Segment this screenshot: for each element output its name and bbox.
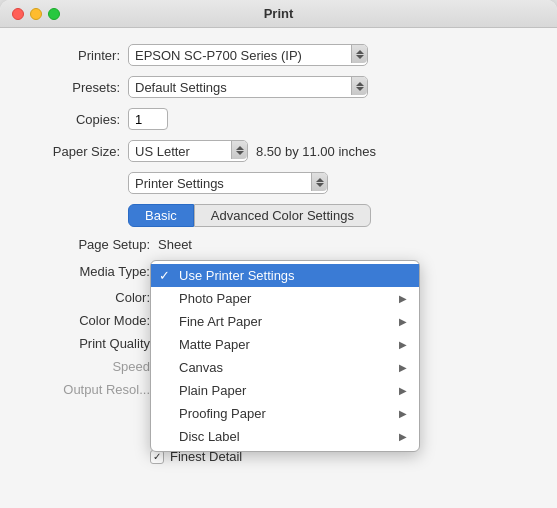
arrow-right-icon: ▶ — [399, 362, 407, 373]
presets-label: Presets: — [20, 80, 120, 95]
printer-settings-select[interactable]: Printer Settings — [128, 172, 328, 194]
checkmark-icon: ✓ — [159, 268, 170, 283]
window-title: Print — [264, 6, 294, 21]
dropdown-item-proofing-paper[interactable]: Proofing Paper ▶ — [151, 402, 419, 425]
dropdown-item-label: Photo Paper — [179, 291, 251, 306]
arrow-right-icon: ▶ — [399, 293, 407, 304]
arrow-right-icon: ▶ — [399, 339, 407, 350]
arrow-down-icon — [356, 87, 364, 91]
dropdown-item-label: Fine Art Paper — [179, 314, 262, 329]
printer-value: EPSON SC-P700 Series (IP) — [135, 48, 347, 63]
dropdown-item-matte-paper[interactable]: Matte Paper ▶ — [151, 333, 419, 356]
minimize-button[interactable] — [30, 8, 42, 20]
arrow-right-icon: ▶ — [399, 408, 407, 419]
arrow-right-icon: ▶ — [399, 385, 407, 396]
page-setup-value: Sheet — [158, 237, 192, 252]
dropdown-item-label: Matte Paper — [179, 337, 250, 352]
media-type-label: Media Type: — [20, 264, 150, 279]
dropdown-item-label: Use Printer Settings — [179, 268, 295, 283]
copies-input[interactable] — [128, 108, 168, 130]
tabs-row: Basic Advanced Color Settings — [20, 204, 537, 227]
printer-select[interactable]: EPSON SC-P700 Series (IP) — [128, 44, 368, 66]
paper-size-select[interactable]: US Letter — [128, 140, 248, 162]
arrow-up-icon — [356, 82, 364, 86]
print-dialog: Print Printer: EPSON SC-P700 Series (IP)… — [0, 0, 557, 508]
arrow-down-icon — [236, 151, 244, 155]
dropdown-item-canvas[interactable]: Canvas ▶ — [151, 356, 419, 379]
window-controls — [12, 8, 60, 20]
paper-size-label: Paper Size: — [20, 144, 120, 159]
dropdown-item-disc-label[interactable]: Disc Label ▶ — [151, 425, 419, 448]
presets-select[interactable]: Default Settings — [128, 76, 368, 98]
tab-advanced[interactable]: Advanced Color Settings — [194, 204, 371, 227]
title-bar: Print — [0, 0, 557, 28]
media-type-dropdown[interactable]: ✓ Use Printer Settings Photo Paper ▶ Fin… — [150, 260, 420, 452]
printer-settings-value: Printer Settings — [135, 176, 307, 191]
printer-row: Printer: EPSON SC-P700 Series (IP) — [20, 44, 537, 66]
tab-basic[interactable]: Basic — [128, 204, 194, 227]
copies-label: Copies: — [20, 112, 120, 127]
dropdown-item-label: Proofing Paper — [179, 406, 266, 421]
presets-row: Presets: Default Settings — [20, 76, 537, 98]
dropdown-item-fine-art-paper[interactable]: Fine Art Paper ▶ — [151, 310, 419, 333]
paper-size-row: Paper Size: US Letter 8.50 by 11.00 inch… — [20, 140, 537, 162]
arrow-up-icon — [356, 50, 364, 54]
copies-row: Copies: — [20, 108, 537, 130]
arrow-down-icon — [356, 55, 364, 59]
paper-size-note: 8.50 by 11.00 inches — [256, 144, 376, 159]
arrow-down-icon — [316, 183, 324, 187]
dropdown-item-photo-paper[interactable]: Photo Paper ▶ — [151, 287, 419, 310]
paper-size-value: US Letter — [135, 144, 227, 159]
page-setup-row: Page Setup: Sheet — [20, 237, 537, 252]
page-setup-label: Page Setup: — [20, 237, 150, 252]
maximize-button[interactable] — [48, 8, 60, 20]
printer-settings-arrows — [311, 173, 327, 191]
dropdown-item-label: Canvas — [179, 360, 223, 375]
arrow-right-icon: ▶ — [399, 431, 407, 442]
color-mode-label: Color Mode: — [20, 313, 150, 328]
close-button[interactable] — [12, 8, 24, 20]
dropdown-item-label: Plain Paper — [179, 383, 246, 398]
presets-value: Default Settings — [135, 80, 347, 95]
paper-size-controls: US Letter 8.50 by 11.00 inches — [128, 140, 376, 162]
speed-label: Speed — [20, 359, 150, 374]
paper-size-arrows — [231, 141, 247, 159]
color-label: Color: — [20, 290, 150, 305]
dropdown-item-label: Disc Label — [179, 429, 240, 444]
dropdown-item-plain-paper[interactable]: Plain Paper ▶ — [151, 379, 419, 402]
arrow-up-icon — [236, 146, 244, 150]
dropdown-item-use-printer-settings[interactable]: ✓ Use Printer Settings — [151, 264, 419, 287]
media-type-row: Media Type: ! ✓ Use Printer Settings Pho… — [20, 260, 537, 282]
output-label: Output Resol... — [20, 382, 150, 397]
printer-arrows — [351, 45, 367, 63]
presets-arrows — [351, 77, 367, 95]
printer-label: Printer: — [20, 48, 120, 63]
arrow-up-icon — [316, 178, 324, 182]
dialog-content: Printer: EPSON SC-P700 Series (IP) Prese… — [0, 28, 557, 508]
print-quality-label: Print Quality — [20, 336, 150, 351]
arrow-right-icon: ▶ — [399, 316, 407, 327]
printer-settings-row: Printer Settings — [20, 172, 537, 194]
